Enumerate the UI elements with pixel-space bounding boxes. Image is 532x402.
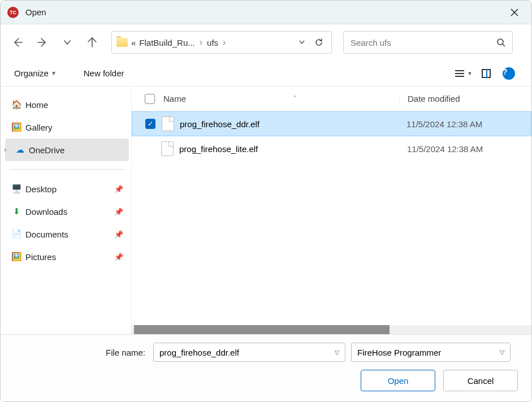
filetype-combo[interactable]: FireHose Programmer▽ bbox=[351, 343, 511, 362]
breadcrumb-sep: › bbox=[198, 37, 204, 47]
list-view-icon bbox=[455, 70, 464, 77]
chevron-down-icon bbox=[63, 38, 71, 46]
desktop-icon: 🖥️ bbox=[11, 184, 22, 194]
file-row[interactable]: prog_firehose_lite.elf 11/5/2024 12:38 A… bbox=[132, 136, 531, 161]
close-button[interactable] bbox=[504, 2, 525, 23]
sidebar: 🏠Home 🖼️Gallery ›☁OneDrive 🖥️Desktop📌 ⬇D… bbox=[1, 87, 132, 334]
sidebar-item-desktop[interactable]: 🖥️Desktop📌 bbox=[5, 178, 129, 200]
sidebar-divider bbox=[10, 169, 124, 170]
preview-pane-button[interactable] bbox=[477, 64, 495, 83]
chevron-down-icon: ▽ bbox=[335, 349, 339, 356]
window-title: Open bbox=[25, 7, 46, 17]
svg-point-0 bbox=[498, 39, 503, 45]
onedrive-icon: ☁ bbox=[14, 145, 25, 155]
filename-label: File name: bbox=[12, 348, 148, 357]
nav-bar: « FlatBuild_Ru... › ufs › bbox=[1, 24, 531, 60]
search-icon bbox=[496, 38, 505, 47]
arrow-right-icon bbox=[37, 37, 48, 48]
pane-icon bbox=[482, 69, 491, 78]
recent-locations-button[interactable] bbox=[60, 36, 74, 49]
sidebar-item-pictures[interactable]: 🖼️Pictures📌 bbox=[5, 245, 129, 268]
sidebar-item-gallery[interactable]: 🖼️Gallery bbox=[5, 116, 129, 139]
filetype-value: FireHose Programmer bbox=[357, 348, 500, 357]
view-button[interactable]: ▼ bbox=[455, 64, 473, 83]
gallery-icon: 🖼️ bbox=[11, 122, 22, 132]
breadcrumb-prefix: « bbox=[131, 38, 136, 47]
file-date: 11/5/2024 12:38 AM bbox=[399, 144, 531, 154]
up-button[interactable] bbox=[85, 36, 99, 49]
close-icon bbox=[511, 8, 518, 16]
column-header: Name˄ Date modified bbox=[132, 87, 531, 111]
pin-icon: 📌 bbox=[114, 185, 123, 193]
cancel-button[interactable]: Cancel bbox=[443, 370, 518, 391]
documents-icon: 📄 bbox=[11, 229, 22, 239]
toolbar: Organize▼ New folder ▼ ? bbox=[1, 60, 531, 87]
organize-button[interactable]: Organize▼ bbox=[14, 68, 57, 78]
new-folder-button[interactable]: New folder bbox=[84, 68, 124, 78]
pin-icon: 📌 bbox=[114, 253, 123, 261]
sidebar-item-downloads[interactable]: ⬇Downloads📌 bbox=[5, 200, 129, 223]
help-icon: ? bbox=[503, 67, 515, 80]
column-name[interactable]: Name˄ bbox=[161, 94, 399, 103]
downloads-icon: ⬇ bbox=[11, 206, 22, 217]
file-icon bbox=[162, 116, 174, 131]
breadcrumb-current[interactable]: ufs bbox=[207, 38, 218, 47]
search-input[interactable] bbox=[351, 38, 496, 47]
title-bar: TC Open bbox=[1, 1, 531, 24]
forward-button[interactable] bbox=[36, 36, 49, 49]
file-row[interactable]: ✓ prog_firehose_ddr.elf 11/5/2024 12:38 … bbox=[132, 111, 531, 136]
file-date: 11/5/2024 12:38 AM bbox=[399, 119, 531, 129]
main-area: 🏠Home 🖼️Gallery ›☁OneDrive 🖥️Desktop📌 ⬇D… bbox=[1, 87, 531, 334]
refresh-button[interactable] bbox=[314, 38, 327, 47]
arrow-up-icon bbox=[86, 37, 98, 48]
breadcrumb-folder[interactable]: FlatBuild_Ru... bbox=[139, 38, 194, 47]
file-pane: Name˄ Date modified ✓ prog_firehose_ddr.… bbox=[132, 87, 531, 334]
address-bar[interactable]: « FlatBuild_Ru... › ufs › bbox=[111, 31, 332, 54]
folder-icon bbox=[116, 38, 128, 47]
file-list: ✓ prog_firehose_ddr.elf 11/5/2024 12:38 … bbox=[132, 111, 531, 325]
app-icon: TC bbox=[7, 7, 19, 18]
help-button[interactable]: ? bbox=[500, 64, 518, 83]
filename-combo[interactable]: prog_firehose_ddr.elf▽ bbox=[153, 343, 345, 362]
pin-icon: 📌 bbox=[114, 208, 123, 216]
horizontal-scrollbar[interactable] bbox=[132, 325, 531, 334]
scrollbar-thumb[interactable] bbox=[134, 325, 390, 334]
column-date[interactable]: Date modified bbox=[399, 94, 531, 103]
home-icon: 🏠 bbox=[11, 100, 22, 110]
chevron-down-icon: ▽ bbox=[500, 349, 504, 356]
select-all-checkbox[interactable] bbox=[145, 94, 155, 104]
filename-value: prog_firehose_ddr.elf bbox=[159, 348, 335, 357]
chevron-down-icon bbox=[299, 39, 305, 46]
footer: File name: prog_firehose_ddr.elf▽ FireHo… bbox=[1, 334, 531, 401]
open-button[interactable]: Open bbox=[361, 370, 435, 391]
arrow-left-icon bbox=[12, 37, 23, 48]
pictures-icon: 🖼️ bbox=[11, 252, 22, 262]
file-icon bbox=[161, 141, 174, 156]
sidebar-item-onedrive[interactable]: ›☁OneDrive bbox=[5, 139, 129, 161]
sidebar-item-home[interactable]: 🏠Home bbox=[5, 93, 129, 116]
file-name: prog_firehose_lite.elf bbox=[179, 144, 258, 154]
sidebar-item-documents[interactable]: 📄Documents📌 bbox=[5, 223, 129, 245]
refresh-icon bbox=[314, 38, 323, 47]
address-dropdown[interactable] bbox=[299, 39, 311, 46]
chevron-right-icon: › bbox=[4, 146, 6, 154]
back-button[interactable] bbox=[11, 36, 24, 49]
sort-indicator-icon: ˄ bbox=[293, 95, 297, 102]
row-checkbox[interactable]: ✓ bbox=[145, 119, 155, 129]
file-name: prog_firehose_ddr.elf bbox=[180, 119, 259, 129]
pin-icon: 📌 bbox=[114, 230, 123, 239]
search-box[interactable] bbox=[343, 31, 513, 54]
breadcrumb-sep: › bbox=[222, 37, 227, 47]
